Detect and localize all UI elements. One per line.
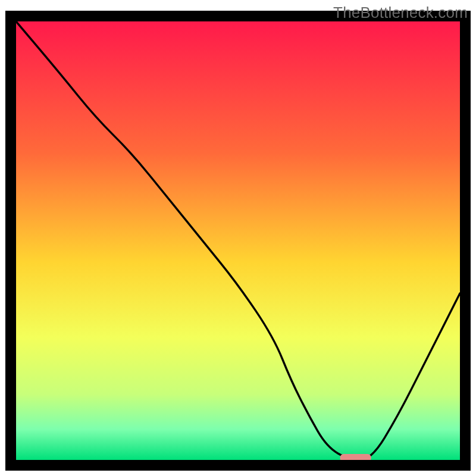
chart-frame: TheBottleneck.com bbox=[0, 0, 476, 476]
watermark-text: TheBottleneck.com bbox=[333, 4, 468, 22]
bottleneck-chart-svg bbox=[0, 0, 476, 476]
gradient-background bbox=[16, 21, 460, 460]
